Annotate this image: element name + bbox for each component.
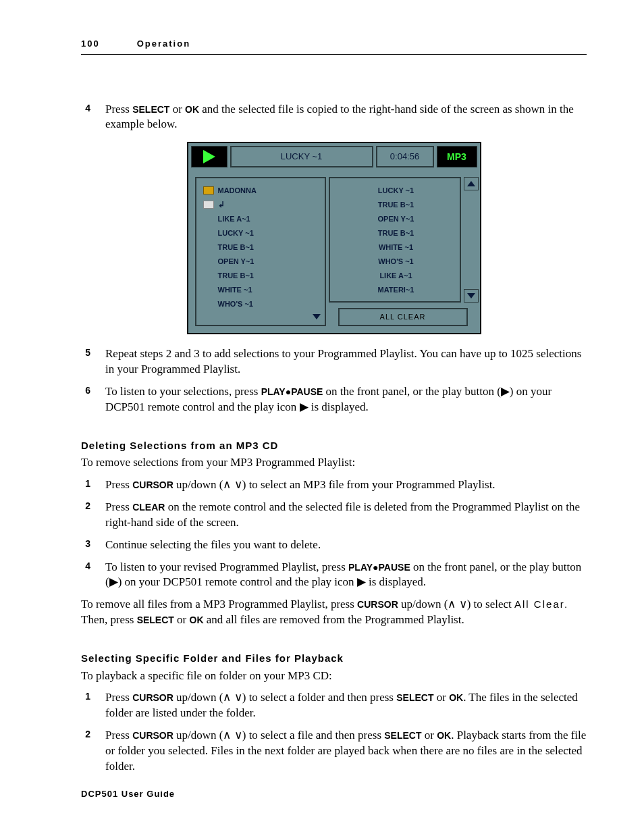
folder-row[interactable]: MADONNA (203, 184, 321, 198)
play-indicator (191, 146, 227, 167)
playlist-scrollbar (464, 177, 477, 303)
list-item[interactable]: OPEN Y~1 (203, 255, 321, 269)
device-screenshot: LUCKY ~1 0:04:56 MP3 MADONNA ↲ LIKE A~1 … (187, 142, 481, 334)
folder-name: MADONNA (218, 186, 257, 196)
chevron-up-icon (467, 181, 475, 186)
list-item[interactable]: WHITE ~1 (337, 240, 456, 255)
step-number: 6 (81, 384, 90, 415)
list-item[interactable]: WHO'S ~1 (337, 255, 456, 269)
list-item[interactable]: LUCKY ~1 (337, 184, 456, 198)
deleting-tail: To remove all files from a MP3 Programme… (81, 597, 587, 628)
del-step-1: 1 Press CURSOR up/down (∧ ∨) to select a… (81, 477, 587, 493)
folder-icon (203, 186, 214, 194)
list-item[interactable]: OPEN Y~1 (337, 212, 456, 226)
now-playing-title: LUCKY ~1 (230, 146, 373, 167)
step-number: 4 (81, 560, 90, 591)
del-step-3: 3 Continue selecting the files you want … (81, 538, 587, 553)
del-step-2: 2 Press CLEAR on the remote control and … (81, 500, 587, 531)
sel-step-1: 1 Press CURSOR up/down (∧ ∨) to select a… (81, 690, 587, 721)
step-6: 6 To listen to your selections, press PL… (81, 384, 587, 415)
step-number: 1 (81, 690, 90, 721)
scroll-down-icon[interactable] (313, 314, 321, 319)
browser-panel: MADONNA ↲ LIKE A~1 LUCKY ~1 TRUE B~1 OPE… (195, 177, 326, 326)
list-item[interactable]: LIKE A~1 (337, 269, 456, 283)
heading-selecting: Selecting Specific Folder and Files for … (81, 652, 587, 665)
page-number: 100 (81, 38, 100, 50)
running-header: 100 Operation (81, 38, 587, 55)
elapsed-time: 0:04:56 (376, 146, 434, 167)
mp3-badge: MP3 (437, 146, 477, 167)
scroll-up-button[interactable] (464, 177, 479, 190)
return-icon: ↲ (218, 199, 225, 210)
list-item[interactable]: MATERI~1 (337, 283, 456, 297)
list-item[interactable]: WHITE ~1 (203, 283, 321, 297)
playlist-panel: LUCKY ~1 TRUE B~1 OPEN Y~1 TRUE B~1 WHIT… (329, 177, 461, 303)
step-5: 5 Repeat steps 2 and 3 to add selections… (81, 346, 587, 377)
chevron-down-icon (467, 293, 475, 298)
step-number: 1 (81, 477, 90, 493)
all-clear-button[interactable]: ALL CLEAR (338, 308, 468, 326)
scroll-down-button[interactable] (464, 289, 479, 303)
heading-deleting: Deleting Selections from an MP3 CD (81, 439, 587, 452)
list-item[interactable]: TRUE B~1 (203, 269, 321, 283)
list-item[interactable]: LIKE A~1 (203, 212, 321, 226)
step-4: 4 Press SELECT or OK and the selected fi… (81, 102, 587, 133)
del-step-4: 4 To listen to your revised Programmed P… (81, 560, 587, 591)
sel-step-2: 2 Press CURSOR up/down (∧ ∨) to select a… (81, 728, 587, 775)
step-number: 2 (81, 728, 90, 775)
list-item[interactable]: LUCKY ~1 (203, 226, 321, 240)
list-item[interactable]: WHO'S ~1 (203, 297, 321, 311)
list-item[interactable]: TRUE B~1 (337, 198, 456, 212)
step-body: Repeat steps 2 and 3 to add selections t… (105, 346, 587, 377)
list-item[interactable]: TRUE B~1 (203, 240, 321, 255)
back-row[interactable]: ↲ (203, 198, 321, 212)
step-body: To listen to your selections, press PLAY… (105, 384, 587, 415)
section-name: Operation (137, 38, 190, 50)
deleting-intro: To remove selections from your MP3 Progr… (81, 455, 587, 471)
selecting-intro: To playback a specific file on folder on… (81, 669, 587, 684)
folder-open-icon (203, 201, 214, 209)
list-item[interactable]: TRUE B~1 (337, 226, 456, 240)
footer: DCP501 User Guide (81, 788, 175, 800)
step-number: 4 (81, 102, 90, 133)
step-body: Press SELECT or OK and the selected file… (105, 102, 587, 133)
step-number: 3 (81, 538, 90, 553)
step-number: 5 (81, 346, 90, 377)
play-icon (203, 150, 215, 163)
step-number: 2 (81, 500, 90, 531)
